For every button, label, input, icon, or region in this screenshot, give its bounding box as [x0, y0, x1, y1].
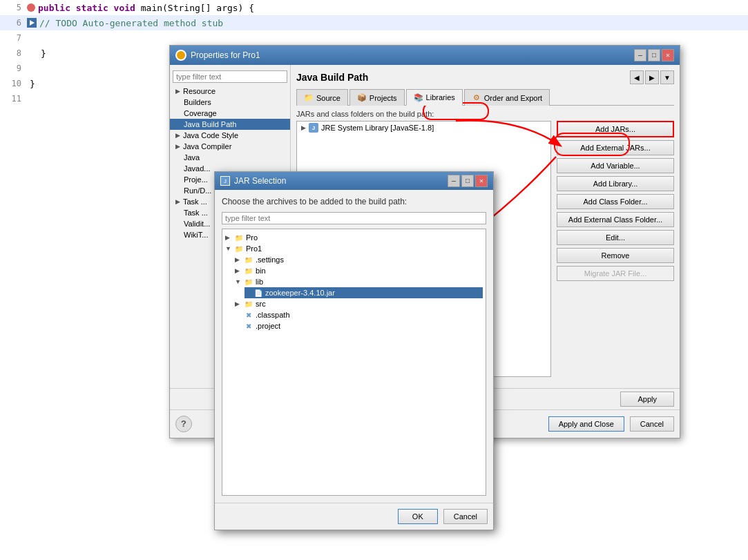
nav-forward-button[interactable]: ▶ — [645, 70, 659, 84]
jar-minimize-button[interactable]: — — [448, 175, 460, 187]
properties-search-input[interactable] — [173, 70, 287, 83]
nav-back-button[interactable]: ◀ — [630, 70, 644, 84]
libraries-icon: 📚 — [414, 93, 423, 102]
jar-footer: OK Cancel — [215, 503, 493, 530]
jar-dialog-icon: J — [220, 176, 230, 186]
line-num-6: 6 — [3, 18, 27, 28]
minimize-button[interactable]: — — [634, 49, 646, 61]
tree-item-settings[interactable]: ▶ 📁 .settings — [235, 254, 483, 265]
add-external-class-folder-button[interactable]: Add External Class Folder... — [557, 212, 674, 227]
migrate-jar-button[interactable]: Migrate JAR File... — [557, 266, 674, 281]
sidebar-item-java-build-path[interactable]: Java Build Path — [170, 119, 290, 130]
folder-icon-bin: 📁 — [244, 266, 253, 276]
code-line-7: 7 — [0, 30, 748, 46]
line-num-9: 9 — [3, 64, 27, 73]
tab-projects[interactable]: 📦 Projects — [349, 89, 405, 106]
project-file-icon: ✖ — [244, 321, 253, 331]
jar-search-input[interactable] — [222, 212, 486, 224]
folder-icon-src: 📁 — [244, 299, 253, 309]
close-button[interactable]: ✕ — [662, 49, 674, 61]
projects-icon: 📦 — [357, 93, 367, 103]
tabs-bar: 📁 Source 📦 Projects 📚 Libraries ⚙ Order … — [296, 88, 674, 106]
jar-description: Choose the archives to be added to the b… — [222, 197, 486, 206]
cancel-button[interactable]: Cancel — [630, 416, 674, 432]
tab-libraries[interactable]: 📚 Libraries — [406, 89, 463, 106]
add-external-jars-button[interactable]: Add External JARs... — [557, 140, 674, 155]
jre-entry[interactable]: ▶ J JRE System Library [JavaSE-1.8] — [297, 122, 550, 134]
properties-dialog-title: Properties for Pro1 — [191, 50, 260, 60]
properties-dialog-icon — [175, 50, 186, 61]
line-num-5: 5 — [3, 3, 27, 12]
tree-item-pro1[interactable]: ▼ 📁 Pro1 — [225, 243, 483, 254]
tab-order-export[interactable]: ⚙ Order and Export — [464, 89, 550, 106]
breakpoint-marker — [27, 3, 35, 12]
svg-marker-0 — [30, 20, 35, 26]
jar-cancel-button[interactable]: Cancel — [443, 509, 488, 524]
code-line-6: 6 // TODO Auto-generated method stub — [0, 15, 748, 30]
source-icon: 📁 — [304, 93, 314, 103]
line-num-10: 10 — [3, 79, 27, 88]
sidebar-item-java-compiler[interactable]: ▶ Java Compiler — [170, 141, 290, 152]
sidebar-item-builders[interactable]: Builders — [170, 97, 290, 108]
line-num-7: 7 — [3, 33, 27, 43]
apply-close-button[interactable]: Apply and Close — [548, 416, 624, 432]
folder-icon-settings: 📁 — [244, 255, 253, 264]
remove-button[interactable]: Remove — [557, 248, 674, 263]
folder-icon-pro1: 📁 — [234, 244, 244, 253]
jre-icon: J — [309, 123, 318, 133]
tree-item-project-file[interactable]: ✖ .project — [235, 320, 483, 331]
jar-maximize-button[interactable]: □ — [461, 175, 474, 187]
line-num-11: 11 — [3, 94, 27, 104]
tree-item-bin[interactable]: ▶ 📁 bin — [235, 265, 483, 276]
sidebar-item-resource[interactable]: ▶ Resource — [170, 86, 290, 97]
classpath-icon: ✖ — [244, 310, 253, 320]
jar-ok-button[interactable]: OK — [398, 509, 438, 524]
content-title: Java Build Path — [296, 72, 368, 83]
jar-dialog-title: JAR Selection — [234, 176, 286, 186]
add-variable-button[interactable]: Add Variable... — [557, 158, 674, 173]
tree-item-src[interactable]: ▶ 📁 src — [235, 298, 483, 309]
order-icon: ⚙ — [472, 93, 481, 103]
code-line-5: 5 public static void main(String[] args)… — [0, 0, 748, 15]
action-buttons: Add JARs... Add External JARs... Add Var… — [557, 121, 674, 383]
folder-icon-pro: 📁 — [234, 233, 244, 242]
sidebar-item-coverage[interactable]: Coverage — [170, 108, 290, 119]
content-nav: ◀ ▶ ▼ — [630, 70, 674, 84]
properties-titlebar: Properties for Pro1 — □ ✕ — [170, 46, 680, 65]
jar-file-tree[interactable]: ▶ 📁 Pro ▼ 📁 Pro1 ▶ 📁 .settings ▶ 📁 bin — [222, 229, 486, 496]
jar-titlebar: J JAR Selection — □ ✕ — [215, 172, 493, 190]
apply-button[interactable]: Apply — [620, 392, 674, 407]
tree-item-pro[interactable]: ▶ 📁 Pro — [225, 232, 483, 243]
svg-point-1 — [178, 52, 184, 58]
tree-item-lib[interactable]: ▼ 📁 lib — [235, 276, 483, 287]
maximize-button[interactable]: □ — [648, 49, 660, 61]
tab-source[interactable]: 📁 Source — [296, 89, 348, 106]
tree-item-zookeeper[interactable]: 📄 zookeeper-3.4.10.jar — [244, 287, 483, 298]
edit-button[interactable]: Edit... — [557, 230, 674, 245]
jars-description: JARs and class folders on the build path… — [296, 110, 674, 118]
tree-item-classpath[interactable]: ✖ .classpath — [235, 309, 483, 320]
jar-file-icon: 📄 — [253, 288, 263, 298]
add-library-button[interactable]: Add Library... — [557, 176, 674, 191]
jar-close-button[interactable]: ✕ — [475, 175, 488, 187]
sidebar-item-java-misc[interactable]: Java — [170, 152, 290, 163]
add-class-folder-button[interactable]: Add Class Folder... — [557, 194, 674, 209]
folder-icon-lib: 📁 — [244, 277, 253, 287]
help-button[interactable]: ? — [175, 416, 192, 432]
content-header: Java Build Path ◀ ▶ ▼ — [296, 70, 674, 84]
nav-menu-button[interactable]: ▼ — [660, 70, 674, 84]
jar-selection-dialog: J JAR Selection — □ ✕ Choose the archive… — [214, 171, 494, 530]
line-num-8: 8 — [3, 48, 27, 58]
debug-marker — [27, 18, 37, 28]
jar-body: Choose the archives to be added to the b… — [215, 190, 493, 503]
sidebar-item-java-code-style[interactable]: ▶ Java Code Style — [170, 130, 290, 141]
add-jars-button[interactable]: Add JARs... — [557, 121, 674, 137]
